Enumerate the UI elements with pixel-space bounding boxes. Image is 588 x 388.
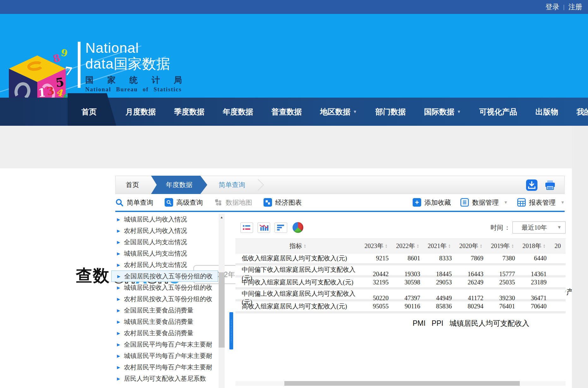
bar-chart-view-icon[interactable] bbox=[258, 222, 270, 233]
auth-links: 登录 | 注册 bbox=[545, 0, 582, 14]
print-icon[interactable] bbox=[544, 179, 556, 191]
sort-icon: ▲▼ bbox=[480, 244, 482, 248]
scroll-up-icon[interactable]: ▲ bbox=[219, 214, 225, 221]
table-horizontal-scrollbar[interactable] bbox=[235, 381, 566, 386]
tree-arrow-icon: ▶ bbox=[117, 354, 120, 358]
download-icon[interactable] bbox=[526, 179, 538, 191]
query-toolbar: 简单查询 高级查询 数据地图 经济图表 + 添加收 bbox=[115, 194, 565, 211]
col-header-indicator[interactable]: 指标▲▼ bbox=[235, 239, 360, 253]
document-lines-icon bbox=[460, 198, 469, 207]
breadcrumb: 首页 年度数据 简单查询 bbox=[115, 176, 565, 194]
hbar-view-icon[interactable] bbox=[275, 222, 287, 233]
time-filter: 时间 : 最近10年 ▼ bbox=[490, 221, 566, 233]
login-link[interactable]: 登录 bbox=[545, 2, 559, 12]
tree-item[interactable]: ▶城镇居民人均支出情况 bbox=[111, 248, 218, 259]
hot-words-row2[interactable]: PMI PPI 城镇居民人均可支配收入 bbox=[413, 318, 581, 329]
nav-item-publications[interactable]: 出版物 bbox=[526, 98, 567, 126]
list-view-icon[interactable] bbox=[240, 222, 253, 233]
breadcrumb-current-tab[interactable]: 年度数据 bbox=[151, 176, 207, 194]
tree-item[interactable]: ▶城镇居民按收入五等份分组的收 bbox=[111, 282, 218, 293]
tree-arrow-icon: ▶ bbox=[117, 217, 120, 222]
brand-subtitle-cn: 国家统计局 bbox=[85, 75, 196, 86]
tree-item[interactable]: ▶农村居民主要食品消费量 bbox=[111, 327, 218, 339]
nav-item-census[interactable]: 普查数据 bbox=[262, 98, 311, 126]
tree-item[interactable]: ▶农村居民人均收入情况 bbox=[111, 225, 218, 236]
chashu-logo-cn: 查数 bbox=[76, 265, 110, 287]
table-row[interactable]: 低收入组家庭居民人均可支配收入(元) 9215 8601 8333 7869 7… bbox=[235, 253, 566, 265]
simple-query-button[interactable]: 简单查询 bbox=[115, 198, 153, 207]
table-header-row: 指标▲▼ 2023年▲▼ 2022年▲▼ 2021年▲▼ 2020年▲▼ 201… bbox=[235, 239, 566, 253]
nav-item-regional[interactable]: 地区数据▼ bbox=[311, 98, 366, 126]
chevron-down-icon: ▼ bbox=[457, 109, 461, 114]
tree-item[interactable]: ▶农村居民人均支出情况 bbox=[111, 259, 218, 270]
pie-chart-view-icon[interactable] bbox=[292, 222, 304, 233]
chevron-down-icon: ▼ bbox=[561, 200, 565, 205]
sort-icon: ▲▼ bbox=[512, 244, 514, 248]
time-range-select[interactable]: 最近10年 ▼ bbox=[512, 221, 566, 233]
sidebar-scroll-thumb[interactable] bbox=[219, 272, 225, 348]
col-header-2023[interactable]: 2023年▲▼ bbox=[360, 239, 392, 253]
tree-item[interactable]: ▶城镇居民人均收入情况 bbox=[111, 214, 218, 225]
logo-number: 9 bbox=[60, 47, 69, 59]
panel-splitter[interactable] bbox=[229, 312, 233, 349]
add-favorite-button[interactable]: + 添加收藏 bbox=[413, 198, 451, 207]
col-header-2022[interactable]: 2022年▲▼ bbox=[392, 239, 423, 253]
toolbar-underline bbox=[115, 211, 565, 212]
tree-arrow-icon: ▶ bbox=[117, 376, 120, 381]
economy-charts-button[interactable]: 经济图表 bbox=[264, 198, 302, 207]
data-table: 指标▲▼ 2023年▲▼ 2022年▲▼ 2021年▲▼ 2020年▲▼ 201… bbox=[235, 239, 566, 313]
col-header-2019[interactable]: 2019年▲▼ bbox=[487, 239, 518, 253]
tree-item[interactable]: ▶农村居民按收入五等份分组的收 bbox=[111, 293, 218, 305]
col-header-2018[interactable]: 2018年▲▼ bbox=[518, 239, 550, 253]
tree-item[interactable]: ▶全国居民人均支出情况 bbox=[111, 236, 218, 248]
nav-item-quarterly[interactable]: 季度数据 bbox=[165, 98, 214, 126]
data-map-button[interactable]: 数据地图 bbox=[214, 198, 252, 207]
sort-icon: ▲▼ bbox=[385, 244, 388, 248]
tree-arrow-icon: ▶ bbox=[117, 285, 120, 290]
nav-item-annual[interactable]: 年度数据 bbox=[214, 98, 262, 126]
nav-item-favorites[interactable]: 我的收藏 bbox=[567, 98, 588, 126]
tree-arrow-icon: ▶ bbox=[117, 365, 120, 370]
tree-arrow-icon: ▶ bbox=[117, 274, 120, 279]
table-row[interactable]: 中间偏上收入组家庭居民人均可支配收入(元) 50220 47397 44949 … bbox=[235, 289, 566, 301]
tree-arrow-icon: ▶ bbox=[117, 263, 120, 267]
plus-icon: + bbox=[413, 198, 421, 207]
breadcrumb-home[interactable]: 首页 bbox=[126, 180, 139, 189]
sort-icon: ▲▼ bbox=[543, 244, 546, 248]
nav-item-home[interactable]: 首页 bbox=[68, 93, 116, 126]
sort-icon: ▲▼ bbox=[448, 244, 451, 248]
register-link[interactable]: 注册 bbox=[568, 2, 582, 12]
tree-item-selected[interactable]: ▶全国居民按收入五等份分组的收 bbox=[111, 270, 218, 282]
tree-item[interactable]: ▶全国居民主要食品消费量 bbox=[111, 305, 218, 316]
breadcrumb-sub[interactable]: 简单查询 bbox=[219, 180, 245, 189]
col-header-2020[interactable]: 2020年▲▼ bbox=[455, 239, 487, 253]
col-header-clipped[interactable]: 20 bbox=[550, 239, 566, 253]
tree-arrow-icon: ▶ bbox=[117, 297, 120, 301]
tree-item[interactable]: ▶农村居民平均每百户年末主要耐 bbox=[111, 361, 218, 373]
brand-title-line2: data国家数据 bbox=[85, 56, 196, 72]
nav-item-visualization[interactable]: 可视化产品 bbox=[470, 98, 526, 126]
table-row[interactable]: 高收入组家庭居民人均可支配收入(元) 95055 90116 85836 802… bbox=[235, 301, 566, 313]
brand-title-line1: National bbox=[85, 40, 196, 56]
tree-item[interactable]: ▶居民人均可支配收入基尼系数 bbox=[111, 373, 218, 384]
tree-arrow-icon: ▶ bbox=[117, 308, 120, 313]
table-row[interactable]: 中间收入组家庭居民人均可支配收入(元) 32195 30598 29053 26… bbox=[235, 277, 566, 289]
sidebar-scrollbar[interactable]: ▲ bbox=[219, 214, 225, 388]
nav-item-department[interactable]: 部门数据 bbox=[366, 98, 415, 126]
col-header-2021[interactable]: 2021年▲▼ bbox=[423, 239, 455, 253]
report-manage-button[interactable]: 报表管理 ▼ bbox=[517, 198, 565, 207]
nav-item-international[interactable]: 国际数据▼ bbox=[415, 98, 470, 126]
nbs-cube-logo: 1 2 3 4 5 6 7 8 9 bbox=[9, 54, 66, 98]
hscroll-thumb[interactable] bbox=[284, 381, 520, 386]
table-controls: 时间 : 最近10年 ▼ bbox=[235, 219, 566, 236]
tree-item[interactable]: ▶城镇居民平均每百户年末主要耐 bbox=[111, 350, 218, 361]
page-right-margin bbox=[572, 126, 588, 388]
data-manage-button[interactable]: 数据管理 ▼ bbox=[460, 198, 508, 207]
tree-item[interactable]: ▶全国居民平均每百户年末主要耐 bbox=[111, 339, 218, 350]
nav-item-monthly[interactable]: 月度数据 bbox=[116, 98, 165, 126]
tree-item[interactable]: ▶城镇居民主要食品消费量 bbox=[111, 316, 218, 327]
top-bar: 登录 | 注册 bbox=[0, 0, 588, 14]
logo-number: 7 bbox=[64, 64, 73, 78]
table-row[interactable]: 中间偏下收入组家庭居民人均可支配收入(元) 20442 19303 18445 … bbox=[235, 265, 566, 277]
advanced-query-button[interactable]: 高级查询 bbox=[165, 198, 203, 207]
